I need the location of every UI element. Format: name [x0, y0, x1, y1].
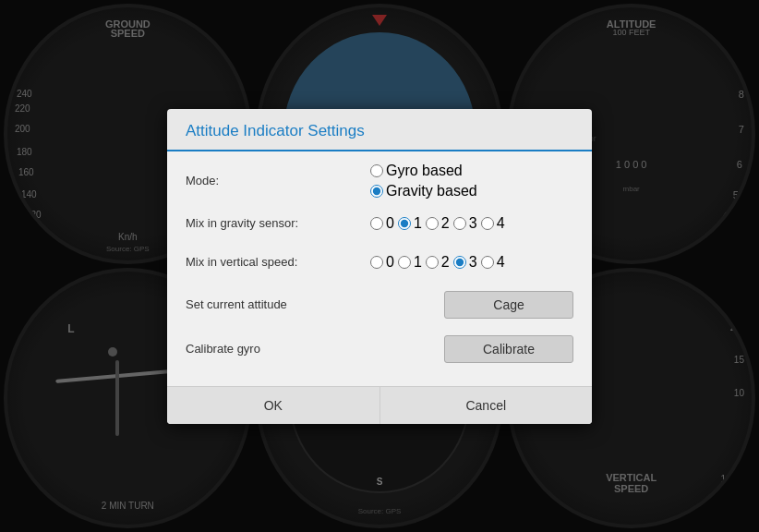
dialog-title: Attitude Indicator Settings: [186, 122, 573, 140]
mg-0-label: 0: [386, 215, 394, 232]
gyro-radio[interactable]: [370, 164, 383, 177]
mix-vertical-label: Mix in vertical speed:: [186, 255, 370, 269]
calibrate-label: Calibrate gyro: [186, 342, 444, 356]
mg-2-label: 2: [441, 215, 450, 232]
set-attitude-row: Set current attitude Cage: [186, 286, 573, 323]
mix-vertical-options: 0 1 2 3 4: [370, 254, 505, 271]
mv-2-radio[interactable]: [426, 256, 439, 269]
mv-4-label: 4: [497, 254, 505, 271]
ok-button[interactable]: OK: [167, 387, 380, 424]
mg-4-option[interactable]: 4: [481, 215, 505, 232]
mix-vertical-row: Mix in vertical speed: 0 1 2: [186, 248, 573, 277]
mg-4-radio[interactable]: [481, 217, 494, 230]
mg-2-option[interactable]: 2: [426, 215, 450, 232]
mv-1-option[interactable]: 1: [398, 254, 422, 271]
mv-0-option[interactable]: 0: [370, 254, 394, 271]
modal-overlay: Attitude Indicator Settings Mode: Gyro b…: [0, 0, 759, 532]
gravity-radio[interactable]: [370, 185, 383, 198]
dialog-footer: OK Cancel: [167, 386, 592, 424]
mix-gravity-options: 0 1 2 3 4: [370, 215, 505, 232]
mix-gravity-label: Mix in gravity sensor:: [186, 216, 370, 230]
mix-gravity-row: Mix in gravity sensor: 0 1 2: [186, 209, 573, 238]
mg-3-label: 3: [469, 215, 477, 232]
mg-4-label: 4: [497, 215, 505, 232]
mode-label: Mode:: [186, 174, 370, 187]
mode-radio-group: Gyro based Gravity based: [370, 163, 477, 200]
mv-3-radio[interactable]: [453, 256, 466, 269]
mv-1-label: 1: [414, 254, 422, 271]
calibrate-button[interactable]: Calibrate: [444, 335, 573, 363]
mg-0-radio[interactable]: [370, 217, 383, 230]
mg-1-option[interactable]: 1: [398, 215, 422, 232]
mv-2-option[interactable]: 2: [426, 254, 450, 271]
gyro-label: Gyro based: [386, 163, 463, 179]
dialog-body: Mode: Gyro based Gravity based Mix in gr…: [167, 151, 592, 386]
mv-3-label: 3: [469, 254, 477, 271]
dialog-header: Attitude Indicator Settings: [167, 109, 592, 151]
gyro-option[interactable]: Gyro based: [370, 163, 463, 179]
mv-4-option[interactable]: 4: [481, 254, 505, 271]
mode-row: Mode: Gyro based Gravity based: [186, 163, 573, 200]
mv-3-option[interactable]: 3: [453, 254, 477, 271]
gravity-option[interactable]: Gravity based: [370, 183, 477, 200]
cage-button[interactable]: Cage: [444, 291, 573, 319]
set-attitude-label: Set current attitude: [186, 297, 444, 311]
mg-3-radio[interactable]: [453, 217, 466, 230]
mg-1-label: 1: [414, 215, 422, 232]
mg-3-option[interactable]: 3: [453, 215, 477, 232]
mv-4-radio[interactable]: [481, 256, 494, 269]
mv-0-label: 0: [386, 254, 394, 271]
mv-1-radio[interactable]: [398, 256, 411, 269]
mv-0-radio[interactable]: [370, 256, 383, 269]
calibrate-row: Calibrate gyro Calibrate: [186, 331, 573, 368]
gravity-label: Gravity based: [386, 183, 477, 200]
cancel-button[interactable]: Cancel: [380, 387, 593, 424]
mg-1-radio[interactable]: [398, 217, 411, 230]
settings-dialog: Attitude Indicator Settings Mode: Gyro b…: [167, 109, 592, 424]
mg-0-option[interactable]: 0: [370, 215, 394, 232]
mv-2-label: 2: [441, 254, 450, 271]
mg-2-radio[interactable]: [426, 217, 439, 230]
